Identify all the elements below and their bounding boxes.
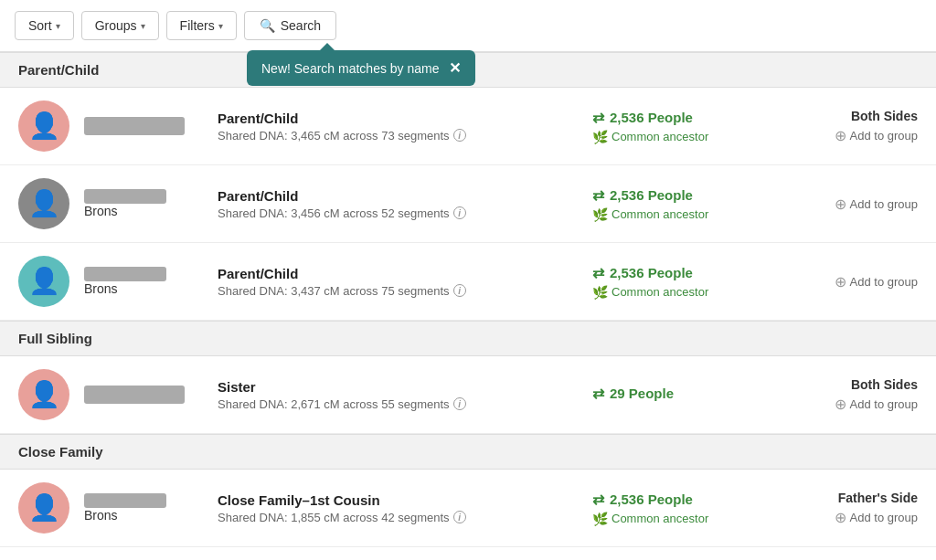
side-label: Both Sides — [771, 377, 918, 392]
add-to-group-button[interactable]: ⊕ Add to group — [771, 509, 918, 526]
shared-matches-block: ⇄ 2,536 People 🌿 Common ancestor — [592, 264, 757, 300]
table-row: 👤 Brons Parent/Child Shared DNA: 3,456 c… — [0, 165, 936, 243]
filters-chevron-icon: ▾ — [218, 21, 223, 31]
common-ancestor: 🌿 Common ancestor — [592, 130, 757, 144]
filters-button[interactable]: Filters ▾ — [166, 11, 237, 40]
name-placeholder — [84, 189, 166, 204]
shared-matches-block: ⇄ 2,536 People 🌿 Common ancestor — [592, 186, 757, 222]
groups-label: Groups — [95, 18, 137, 33]
search-button[interactable]: 🔍 Search — [244, 11, 336, 40]
common-ancestor: 🌿 Common ancestor — [592, 512, 757, 526]
name-suffix: Brons — [84, 508, 118, 523]
plus-icon: ⊕ — [835, 509, 846, 526]
plus-icon: ⊕ — [835, 273, 846, 291]
search-icon: 🔍 — [260, 18, 275, 33]
person-icon: 👤 — [28, 269, 60, 294]
shared-count[interactable]: ⇄ 2,536 People — [592, 491, 757, 508]
name-placeholder — [84, 117, 185, 135]
tooltip-close-button[interactable]: ✕ — [449, 59, 461, 77]
shared-icon: ⇄ — [592, 491, 604, 508]
add-group-label: Add to group — [850, 129, 918, 143]
add-to-group-button[interactable]: ⊕ Add to group — [771, 396, 918, 413]
add-to-group-button[interactable]: ⊕ Add to group — [771, 127, 918, 144]
add-to-group-button[interactable]: ⊕ Add to group — [771, 273, 918, 291]
group-block: ⊕ Add to group — [771, 195, 918, 213]
info-icon[interactable]: i — [453, 511, 466, 523]
avatar: 👤 — [18, 100, 69, 152]
tooltip-text: New! Search matches by name — [261, 61, 440, 76]
relationship-type: Close Family–1st Cousin — [218, 492, 578, 508]
plus-icon: ⊕ — [835, 195, 846, 213]
section-header-full-sibling: Full Sibling — [0, 321, 936, 356]
add-group-label: Add to group — [850, 275, 918, 289]
shared-count[interactable]: ⇄ 29 People — [592, 385, 757, 402]
shared-icon: ⇄ — [592, 385, 604, 402]
shared-count[interactable]: ⇄ 2,536 People — [592, 264, 757, 281]
shared-icon: ⇄ — [592, 109, 604, 126]
info-icon[interactable]: i — [453, 397, 466, 410]
add-group-label: Add to group — [850, 511, 918, 524]
shared-matches-block: ⇄ 2,536 People 🌿 Common ancestor — [592, 491, 757, 526]
shared-count[interactable]: ⇄ 2,536 People — [592, 186, 757, 204]
info-icon[interactable]: i — [453, 129, 466, 142]
leaf-icon: 🌿 — [592, 285, 608, 300]
dna-info: Shared DNA: 2,671 cM across 55 segments … — [218, 397, 578, 411]
toolbar: Sort ▾ Groups ▾ Filters ▾ 🔍 Search New! … — [0, 0, 936, 52]
relationship-block: Parent/Child Shared DNA: 3,465 cM across… — [218, 111, 578, 143]
leaf-icon: 🌿 — [592, 512, 608, 526]
common-ancestor: 🌿 Common ancestor — [592, 285, 757, 300]
table-row: 👤 Parent/Child Shared DNA: 3,465 cM acro… — [0, 88, 936, 165]
name-suffix: Brons — [84, 281, 118, 296]
common-ancestor: 🌿 Common ancestor — [592, 207, 757, 222]
dna-info: Shared DNA: 3,437 cM across 75 segments … — [218, 284, 578, 298]
relationship-block: Sister Shared DNA: 2,671 cM across 55 se… — [218, 379, 578, 411]
relationship-type: Parent/Child — [218, 266, 578, 281]
person-icon: 👤 — [28, 191, 60, 217]
search-tooltip: New! Search matches by name ✕ — [247, 50, 475, 86]
side-label: Father's Side — [771, 491, 918, 505]
relationship-type: Sister — [218, 379, 578, 395]
plus-icon: ⊕ — [835, 127, 846, 144]
name-placeholder — [84, 386, 185, 404]
dna-info: Shared DNA: 3,465 cM across 73 segments … — [218, 129, 578, 143]
relationship-block: Parent/Child Shared DNA: 3,456 cM across… — [218, 188, 578, 220]
group-block: Both Sides ⊕ Add to group — [771, 109, 918, 144]
relationship-type: Parent/Child — [218, 188, 578, 204]
plus-icon: ⊕ — [835, 396, 846, 413]
name-block — [84, 386, 203, 404]
leaf-icon: 🌿 — [592, 207, 608, 222]
name-placeholder — [84, 267, 166, 281]
info-icon[interactable]: i — [453, 284, 466, 297]
filters-label: Filters — [180, 18, 215, 33]
person-icon: 👤 — [28, 113, 60, 139]
relationship-block: Parent/Child Shared DNA: 3,437 cM across… — [218, 266, 578, 298]
dna-info: Shared DNA: 1,855 cM across 42 segments … — [218, 511, 578, 524]
add-group-label: Add to group — [850, 197, 918, 211]
person-icon: 👤 — [28, 495, 60, 521]
sort-button[interactable]: Sort ▾ — [15, 11, 74, 40]
avatar: 👤 — [18, 178, 69, 229]
person-icon: 👤 — [28, 382, 60, 407]
name-block: Brons — [84, 267, 203, 296]
relationship-block: Close Family–1st Cousin Shared DNA: 1,85… — [218, 492, 578, 524]
sort-label: Sort — [28, 18, 52, 33]
avatar: 👤 — [18, 256, 69, 307]
name-suffix: Brons — [84, 204, 118, 218]
name-placeholder — [84, 493, 166, 508]
table-row: 👤 Brons Close Family–1st Cousin Shared D… — [0, 470, 936, 547]
avatar: 👤 — [18, 369, 69, 420]
name-block — [84, 117, 203, 135]
group-block: Father's Side ⊕ Add to group — [771, 491, 918, 526]
section-header-close-family: Close Family — [0, 434, 936, 470]
shared-matches-block: ⇄ 29 People — [592, 385, 757, 406]
main-content: Parent/Child 👤 Parent/Child Shared DNA: … — [0, 52, 936, 560]
add-to-group-button[interactable]: ⊕ Add to group — [771, 195, 918, 213]
group-block: Both Sides ⊕ Add to group — [771, 377, 918, 413]
name-block: Brons — [84, 189, 203, 218]
groups-button[interactable]: Groups ▾ — [81, 11, 159, 40]
shared-count[interactable]: ⇄ 2,536 People — [592, 109, 757, 126]
info-icon[interactable]: i — [453, 206, 466, 219]
group-block: ⊕ Add to group — [771, 273, 918, 291]
avatar: 👤 — [18, 482, 69, 534]
name-block: Brons — [84, 493, 203, 523]
